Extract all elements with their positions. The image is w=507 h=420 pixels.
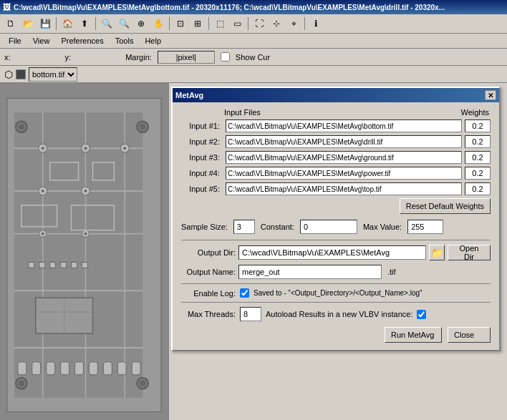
- constant-input[interactable]: [300, 220, 357, 234]
- show-cur-checkbox[interactable]: [221, 52, 230, 62]
- enable-log-checkbox[interactable]: [240, 288, 249, 298]
- select-btn[interactable]: ⬚: [212, 16, 228, 31]
- zoom-in-btn[interactable]: 🔍: [99, 16, 115, 31]
- svg-rect-53: [117, 362, 126, 375]
- y-input[interactable]: [77, 51, 120, 64]
- svg-rect-40: [61, 262, 67, 268]
- svg-point-34: [19, 381, 24, 386]
- zoom-out-btn[interactable]: 🔍: [116, 16, 132, 31]
- svg-rect-47: [32, 362, 41, 375]
- layer-bar: ⬡ bottom.tif: [0, 66, 507, 83]
- folder-browse-button[interactable]: 📁: [429, 245, 445, 260]
- autoload-checkbox[interactable]: [417, 310, 426, 319]
- max-value-label: Max Value:: [363, 223, 402, 231]
- close-dialog-button[interactable]: Close: [448, 327, 491, 343]
- input-1-weight[interactable]: [465, 119, 491, 132]
- input-3-weight[interactable]: [465, 151, 491, 164]
- max-value-input[interactable]: [407, 220, 443, 234]
- input-1-label: Input #1:: [181, 122, 223, 130]
- reset-weights-button[interactable]: Reset Default Weights: [400, 198, 491, 214]
- input-4-weight[interactable]: [465, 167, 491, 180]
- menu-view[interactable]: View: [27, 35, 56, 47]
- layer-select[interactable]: bottom.tif: [29, 67, 77, 82]
- ext-label: .tif: [387, 268, 396, 276]
- input-2-label: Input #2:: [181, 137, 223, 146]
- main-area: MetAvg ✕ Input Files Weights Input #1: I…: [0, 83, 507, 420]
- threads-row: Max Threads: Autoload Results in a new V…: [181, 307, 491, 321]
- open-dir-button[interactable]: Open Dir: [448, 245, 491, 260]
- menu-tools[interactable]: Tools: [110, 35, 140, 47]
- input-row-1: Input #1:: [181, 119, 491, 132]
- tool1-btn[interactable]: ⛶: [251, 16, 267, 31]
- output-name-row: Output Name: .tif: [181, 265, 491, 279]
- dialog-overlay: MetAvg ✕ Input Files Weights Input #1: I…: [165, 83, 507, 420]
- dialog-titlebar: MetAvg ✕: [173, 88, 499, 102]
- input-row-3: Input #3:: [181, 151, 491, 164]
- rect-btn[interactable]: ▭: [229, 16, 245, 31]
- menu-help[interactable]: Help: [139, 35, 167, 47]
- weights-header-label: Weights: [460, 108, 489, 117]
- max-threads-input[interactable]: [240, 307, 261, 321]
- title-text: C:\wcad\VLBitmapVu\EXAMPLES\MetAvg\botto…: [14, 4, 445, 11]
- info-btn[interactable]: ℹ: [308, 16, 324, 31]
- input-row-2: Input #2:: [181, 135, 491, 148]
- svg-rect-46: [18, 362, 26, 375]
- log-row: Enable Log: Saved to - "<Output_Director…: [181, 288, 491, 298]
- svg-rect-50: [75, 362, 84, 375]
- svg-rect-2: [14, 112, 143, 397]
- svg-rect-39: [50, 262, 56, 268]
- layer-icon: ⬡: [4, 69, 13, 80]
- svg-rect-54: [132, 362, 140, 375]
- new-btn[interactable]: 🗋: [3, 16, 19, 31]
- input-2-path[interactable]: [226, 135, 462, 148]
- x-input[interactable]: [16, 51, 59, 64]
- output-dir-input[interactable]: [238, 245, 426, 260]
- separator-1: [181, 240, 491, 240]
- input-3-path[interactable]: [226, 151, 462, 164]
- input-2-weight[interactable]: [465, 135, 491, 148]
- dialog-close-icon-btn[interactable]: ✕: [485, 90, 496, 100]
- tool3-btn[interactable]: ⌖: [286, 16, 301, 31]
- input-4-label: Input #4:: [181, 169, 223, 177]
- show-cur-label: Show Cur: [236, 53, 270, 62]
- zoom-rect-btn[interactable]: ⊡: [173, 16, 188, 31]
- output-name-input[interactable]: [238, 265, 382, 279]
- menu-preferences[interactable]: Preferences: [55, 35, 109, 47]
- input-5-label: Input #5:: [181, 185, 223, 193]
- sample-size-label: Sample Size:: [181, 223, 228, 231]
- home-btn[interactable]: 🏠: [59, 16, 75, 31]
- constant-label: Constant:: [261, 223, 294, 231]
- input-4-path[interactable]: [226, 167, 462, 180]
- autoload-label: Autoload Results in a new VLBV instance:: [266, 310, 412, 318]
- sep3: [169, 17, 170, 30]
- open-btn[interactable]: 📂: [20, 16, 36, 31]
- sep2: [95, 17, 96, 30]
- sep1: [56, 17, 57, 30]
- up-btn[interactable]: ⬆: [77, 16, 92, 31]
- svg-point-14: [84, 147, 87, 150]
- zoom-window-btn[interactable]: ⊞: [190, 16, 206, 31]
- svg-point-22: [42, 233, 44, 235]
- zoom-fit-btn[interactable]: ⊕: [133, 16, 149, 31]
- svg-point-24: [84, 233, 87, 235]
- input-5-weight[interactable]: [465, 182, 491, 195]
- save-btn[interactable]: 💾: [37, 16, 53, 31]
- svg-rect-41: [72, 262, 77, 268]
- metavg-dialog: MetAvg ✕ Input Files Weights Input #1: I…: [171, 87, 501, 351]
- svg-rect-38: [39, 262, 45, 268]
- action-buttons-row: Run MetAvg Close: [181, 327, 491, 343]
- svg-point-12: [42, 147, 44, 150]
- sample-size-input[interactable]: [233, 220, 255, 234]
- input-row-5: Input #5:: [181, 182, 491, 195]
- sep5: [248, 17, 248, 30]
- menu-file[interactable]: File: [3, 35, 27, 47]
- app-icon: 🖼: [3, 3, 11, 11]
- hand-btn[interactable]: ✋: [150, 16, 166, 31]
- input-1-path[interactable]: [226, 119, 462, 132]
- input-5-path[interactable]: [226, 182, 462, 195]
- output-dir-label: Output Dir:: [181, 248, 236, 257]
- coord-bar: x: y: Margin: Show Cur: [0, 49, 507, 66]
- tool2-btn[interactable]: ⊹: [269, 16, 284, 31]
- run-metavg-button[interactable]: Run MetAvg: [385, 327, 442, 343]
- margin-input[interactable]: [158, 51, 215, 64]
